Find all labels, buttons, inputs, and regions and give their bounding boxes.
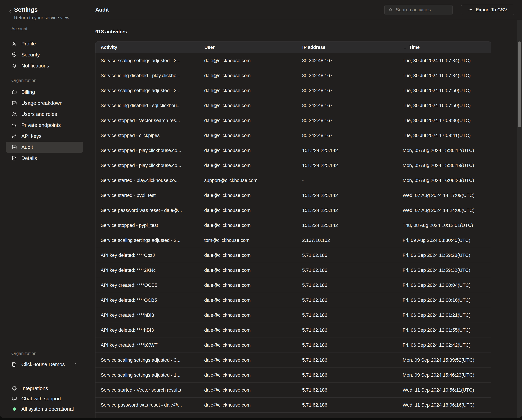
cell-user: dale@clickhouse.com <box>199 223 297 228</box>
cell-time: Fri, 06 Sep 2024 12:00:04(UTC) <box>398 282 491 288</box>
cell-time: Tue, 30 Jul 2024 16:57:50(UTC) <box>398 103 491 108</box>
organization-nav: Billing Usage breakdown Users and roles … <box>0 86 89 164</box>
cell-activity: Service idling disabled - play.clickho..… <box>95 73 199 78</box>
cell-ip: 85.242.48.167 <box>297 103 398 108</box>
table-row: API key created: ****OCB5 dale@clickhous… <box>95 278 491 293</box>
cell-time: Mon, 09 Sep 2024 15:39:52(UTC) <box>398 357 491 363</box>
sidebar-item[interactable]: Private endpoints <box>6 120 83 131</box>
cell-user: dale@clickhouse.com <box>199 163 297 168</box>
cell-ip: 151.224.225.142 <box>297 193 398 198</box>
scrollbar-thumb[interactable] <box>518 41 521 127</box>
org-switcher-name: ClickHouse Demos <box>21 361 65 367</box>
cell-ip: 5.71.62.186 <box>297 267 398 273</box>
column-header[interactable]: Activity <box>95 45 199 50</box>
audit-table: Activity User IP address <box>95 41 491 418</box>
cell-user: dale@clickhouse.com <box>199 372 297 378</box>
table-row: Service stopped - play.clickhouse.co... … <box>95 143 491 158</box>
table-row: API key deleted: ****OCB5 dale@clickhous… <box>95 293 491 308</box>
cell-user: tom@clickhouse.com <box>199 238 297 243</box>
sidebar-item[interactable]: Chat with support <box>6 394 83 404</box>
cell-user: dale@clickhouse.com <box>199 357 297 363</box>
cell-user: dale@clickhouse.com <box>199 402 297 408</box>
cell-user: support@clickhouse.com <box>199 178 297 183</box>
cell-user: dale@clickhouse.com <box>199 58 297 63</box>
building-icon <box>11 155 17 161</box>
cell-activity: Service idling disabled - sql.clickhou..… <box>95 103 199 108</box>
sidebar-item-label: Usage breakdown <box>21 100 62 106</box>
cell-user: dale@clickhouse.com <box>199 253 297 258</box>
main-area: Audit Export To CSV 918 activities <box>89 0 522 418</box>
cell-time: Tue, 30 Jul 2024 16:57:34(UTC) <box>398 73 491 78</box>
cell-activity: Service stopped - play.clickhouse.co... <box>95 148 199 153</box>
table-row: Service stopped - clickpipes dale@clickh… <box>95 128 491 143</box>
cell-user: dale@clickhouse.com <box>199 267 297 273</box>
cell-time: Wed, 11 Sep 2024 10:56:11(UTC) <box>398 387 491 393</box>
cell-ip: 85.242.48.167 <box>297 88 398 93</box>
table-row: API key deleted: ****2KNc dale@clickhous… <box>95 263 491 278</box>
cell-time: Fri, 06 Sep 2024 11:59:32(UTC) <box>398 267 491 273</box>
cell-activity: API key deleted: ****hBI3 <box>95 327 199 333</box>
sidebar-item[interactable]: Billing <box>6 86 83 98</box>
cell-activity: Service scaling settings adjusted - 3... <box>95 357 199 363</box>
cell-ip: 5.71.62.186 <box>297 253 398 258</box>
cell-time: Mon, 05 Aug 2024 16:08:23(UTC) <box>398 178 491 183</box>
cell-ip: 151.224.225.142 <box>297 148 398 153</box>
cell-ip: 5.71.62.186 <box>297 282 398 288</box>
sidebar-item-label: Details <box>21 155 37 161</box>
cell-ip: 85.242.48.167 <box>297 118 398 123</box>
footer-nav: Integrations Chat with support <box>0 383 89 404</box>
table-row: Service stopped - play.clickhouse.co... … <box>95 158 491 173</box>
scrollbar-track <box>517 20 522 418</box>
sidebar-item[interactable]: Usage breakdown <box>6 98 83 109</box>
cell-ip: 85.242.48.167 <box>297 73 398 78</box>
search-input[interactable] <box>396 7 449 13</box>
cell-ip: 5.71.62.186 <box>297 357 398 363</box>
sidebar-title: Settings <box>14 6 69 13</box>
cell-activity: Service started - Vector search results <box>95 387 199 393</box>
sidebar-item[interactable]: Audit <box>6 142 83 153</box>
arrows-swap-icon <box>11 122 17 128</box>
cell-activity: Service scaling settings adjusted - 1... <box>95 372 199 378</box>
sidebar-item[interactable]: Integrations <box>6 383 83 394</box>
column-header-label: Activity <box>101 45 117 50</box>
sidebar-item[interactable]: Notifications <box>6 60 83 71</box>
sidebar-item-label: Audit <box>21 144 33 150</box>
cell-ip: 85.242.48.167 <box>297 58 398 63</box>
org-switcher[interactable]: ClickHouse Demos <box>6 359 83 370</box>
cell-time: Fri, 06 Sep 2024 11:59:28(UTC) <box>398 253 491 258</box>
sidebar-item[interactable]: Security <box>6 49 83 60</box>
table-row: Service stopped - Vector search res... d… <box>95 113 491 128</box>
cell-activity: Service stopped - play.clickhouse.co... <box>95 163 199 168</box>
cell-time: Thu, 12 Sep 2024 08:42:44(UTC) <box>398 417 491 418</box>
org-switcher-label: Organization <box>11 351 37 356</box>
back-button[interactable] <box>7 9 13 15</box>
sidebar-item[interactable]: Details <box>6 153 83 164</box>
cell-user: dale@clickhouse.com <box>199 312 297 318</box>
column-header-label: User <box>204 45 215 50</box>
audit-content: 918 activities Activity User <box>95 20 522 418</box>
user-icon <box>11 41 17 47</box>
table-row: Service stopped - observability-demo dal… <box>95 412 491 418</box>
sidebar-item[interactable]: Profile <box>6 38 83 49</box>
export-csv-button[interactable]: Export To CSV <box>461 5 514 15</box>
cell-activity: Service started - play.clickhouse.co... <box>95 178 199 183</box>
sidebar-item-label: Profile <box>21 41 36 47</box>
cell-ip: 151.224.225.142 <box>297 223 398 228</box>
cell-user: dale@clickhouse.com <box>199 133 297 138</box>
column-header[interactable]: Time <box>398 45 491 50</box>
table-row: Service password was reset - dale@... da… <box>95 203 491 218</box>
sidebar-item[interactable]: API keys <box>6 131 83 142</box>
column-header[interactable]: User <box>199 45 297 50</box>
column-header[interactable]: IP address <box>297 45 398 50</box>
table-row: Service password was reset - dale@... da… <box>95 398 491 412</box>
system-status[interactable]: All systems operational <box>6 404 83 414</box>
cell-activity: API key deleted: ****OCB5 <box>95 297 199 303</box>
cell-time: Tue, 30 Jul 2024 16:57:34(UTC) <box>398 58 491 63</box>
sidebar-item[interactable]: Users and roles <box>6 109 83 120</box>
chart-square-icon <box>11 100 17 106</box>
table-row: API key created: ****hBI3 dale@clickhous… <box>95 308 491 323</box>
sidebar-subtitle[interactable]: Return to your service view <box>14 15 69 21</box>
table-row: Service started - play.clickhouse.co... … <box>95 173 491 188</box>
sidebar-item-label: Chat with support <box>21 396 61 402</box>
cell-time: Mon, 05 Aug 2024 15:36:12(UTC) <box>398 148 491 153</box>
